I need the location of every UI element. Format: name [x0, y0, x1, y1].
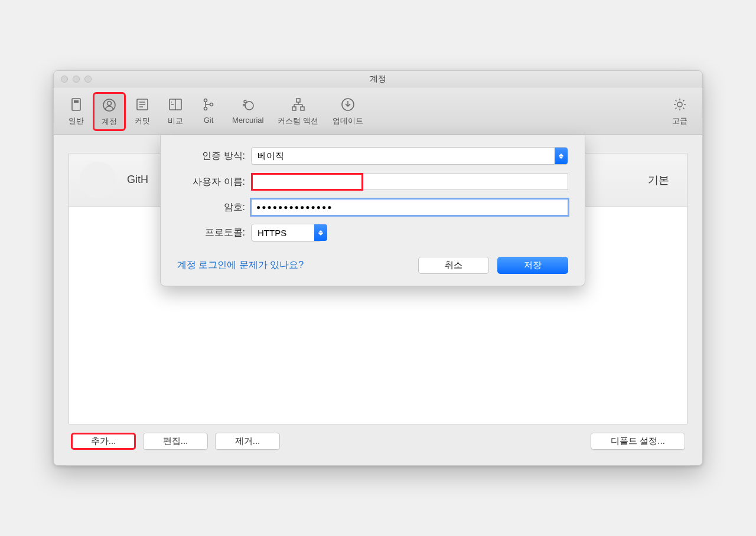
auth-method-select[interactable]: 베이직 — [251, 147, 568, 165]
svg-point-26 — [677, 102, 682, 107]
cancel-button[interactable]: 취소 — [418, 257, 489, 274]
tab-mercurial[interactable]: Mercurial — [225, 92, 271, 128]
toolbar: 일반 계정 커밋 비교 Git — [54, 87, 702, 135]
svg-rect-19 — [292, 107, 296, 110]
remove-button[interactable]: 제거... — [215, 433, 280, 450]
svg-point-16 — [244, 100, 246, 103]
general-icon — [67, 96, 85, 113]
svg-point-14 — [210, 103, 213, 106]
svg-rect-20 — [301, 107, 304, 110]
tab-general[interactable]: 일반 — [60, 92, 93, 130]
tab-git[interactable]: Git — [192, 92, 225, 128]
username-label: 사용자 이름: — [177, 176, 245, 188]
diff-icon — [167, 96, 184, 113]
auth-method-value: 베이직 — [258, 151, 284, 162]
account-icon — [100, 96, 118, 114]
traffic-lights — [54, 76, 92, 83]
svg-point-17 — [243, 104, 245, 106]
custom-actions-icon — [289, 96, 307, 113]
minimize-window-button[interactable] — [73, 76, 80, 83]
tab-accounts[interactable]: 계정 — [93, 92, 126, 131]
tab-commit[interactable]: 커밋 — [126, 92, 159, 130]
account-credentials-sheet: 인증 방식: 베이직 사용자 이름: 암호: ●●●●●●●●●●●●●● — [160, 135, 585, 286]
protocol-label: 프로토콜: — [177, 227, 245, 239]
auth-method-label: 인증 방식: — [177, 150, 245, 162]
content-area: GitH 기본 추가... 편집... 제거... 디폴트 설정... 인증 방… — [54, 135, 702, 465]
default-settings-button[interactable]: 디폴트 설정... — [591, 433, 685, 450]
login-help-link[interactable]: 계정 로그인에 문제가 있나요? — [177, 259, 304, 272]
tab-advanced[interactable]: 고급 — [663, 92, 696, 130]
svg-point-3 — [107, 102, 112, 106]
close-window-button[interactable] — [61, 76, 68, 83]
tab-label: 커스텀 액션 — [278, 116, 318, 126]
tab-update[interactable]: 업데이트 — [325, 92, 370, 130]
tab-label: 비교 — [168, 116, 183, 126]
svg-point-15 — [245, 102, 253, 110]
gear-icon — [671, 96, 689, 113]
svg-rect-18 — [296, 99, 300, 102]
tab-diff[interactable]: 비교 — [159, 92, 192, 130]
avatar — [80, 162, 116, 198]
tab-custom-actions[interactable]: 커스텀 액션 — [271, 92, 325, 130]
update-icon — [339, 96, 357, 113]
password-label: 암호: — [177, 201, 245, 214]
mercurial-icon — [239, 96, 257, 113]
svg-rect-1 — [74, 100, 79, 103]
preferences-window: 계정 일반 계정 커밋 비교 — [53, 70, 703, 466]
git-icon — [200, 96, 217, 113]
chevron-updown-icon — [314, 224, 327, 241]
commit-icon — [133, 96, 151, 113]
username-input[interactable] — [251, 174, 568, 190]
tab-label: 커밋 — [135, 116, 150, 126]
default-badge: 기본 — [648, 173, 669, 187]
window-title: 계정 — [54, 74, 702, 84]
bottom-button-bar: 추가... 편집... 제거... 디폴트 설정... — [69, 424, 687, 453]
protocol-select[interactable]: HTTPS — [251, 224, 328, 241]
add-button[interactable]: 추가... — [71, 433, 136, 450]
edit-button[interactable]: 편집... — [143, 433, 208, 450]
tab-label: 고급 — [672, 116, 687, 126]
tab-label: 일반 — [69, 116, 84, 126]
tab-label: 계정 — [102, 116, 117, 127]
titlebar: 계정 — [54, 71, 702, 87]
tab-label: Mercurial — [232, 116, 263, 125]
svg-point-12 — [204, 99, 207, 102]
zoom-window-button[interactable] — [84, 76, 92, 83]
chevron-updown-icon — [555, 148, 568, 164]
tab-label: Git — [204, 116, 214, 125]
protocol-value: HTTPS — [258, 228, 286, 238]
save-button[interactable]: 저장 — [497, 257, 568, 274]
account-name: GitH — [127, 174, 148, 186]
tab-label: 업데이트 — [333, 116, 363, 126]
password-input[interactable]: ●●●●●●●●●●●●●● — [251, 199, 568, 215]
svg-point-13 — [204, 107, 207, 110]
